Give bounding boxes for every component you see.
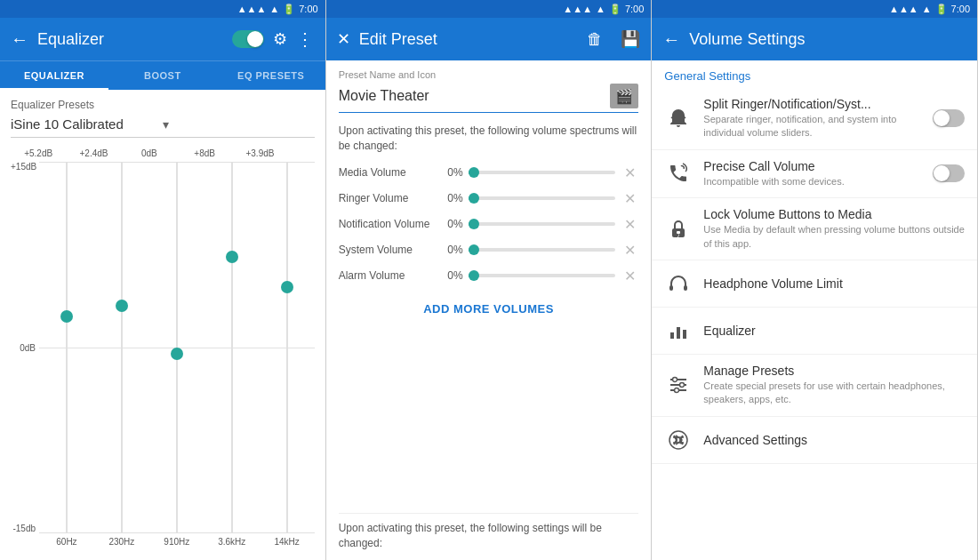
preset-icon-button[interactable]: 🎬 bbox=[610, 84, 638, 108]
eq-slider-910hz[interactable]: 910Hz bbox=[159, 162, 195, 551]
manage-presets-icon bbox=[664, 371, 693, 399]
chevron-down-icon: ▾ bbox=[163, 117, 315, 132]
eq-sliders-area: 60Hz 230Hz 910Hz bbox=[39, 162, 315, 551]
wifi-icon-3: ▲ bbox=[922, 4, 932, 14]
eq-freq-36khz: 3.6kHz bbox=[218, 537, 245, 551]
ringer-volume-slider[interactable] bbox=[469, 196, 616, 200]
preset-footer-description: Upon activating this preset, the followi… bbox=[339, 513, 639, 551]
headphone-title: Headphone Volume Limit bbox=[703, 276, 965, 291]
split-ringer-thumb bbox=[934, 110, 950, 126]
tab-boost[interactable]: BOOST bbox=[108, 61, 217, 90]
equalizer-text: Equalizer bbox=[703, 324, 965, 338]
edit-preset-app-bar: ✕ Edit Preset 🗑 💾 bbox=[326, 18, 652, 60]
preset-name-label: Preset Name and Icon bbox=[339, 69, 639, 80]
system-volume-row: System Volume 0% ✕ bbox=[339, 242, 639, 259]
eq-preset-select[interactable]: iSine 10 Calibrated ▾ bbox=[11, 116, 315, 138]
lock-volume-subtitle: Use Media by default when pressing volum… bbox=[703, 223, 965, 251]
settings-item-equalizer[interactable]: Equalizer bbox=[652, 308, 977, 355]
advanced-settings-text: Advanced Settings bbox=[703, 433, 965, 447]
settings-item-manage-presets[interactable]: Manage Presets Create special presets fo… bbox=[652, 355, 977, 417]
system-volume-remove[interactable]: ✕ bbox=[621, 242, 638, 259]
svg-point-11 bbox=[673, 378, 677, 382]
alarm-volume-pct: 0% bbox=[442, 269, 463, 282]
equalizer-panel: ▲▲▲ ▲ 🔋 7:00 ← Equalizer ⚙ ⋮ EQUALIZER B… bbox=[0, 0, 326, 560]
vol-settings-back-button[interactable]: ← bbox=[662, 29, 680, 50]
eq-slider-36khz[interactable]: 3.6kHz bbox=[214, 162, 250, 551]
settings-item-advanced[interactable]: Advanced Settings bbox=[652, 417, 977, 464]
svg-rect-3 bbox=[669, 285, 673, 291]
manage-presets-subtitle: Create special presets for use with cert… bbox=[703, 380, 965, 407]
precise-call-icon bbox=[664, 159, 693, 188]
system-volume-label: System Volume bbox=[339, 244, 437, 256]
manage-presets-title: Manage Presets bbox=[703, 364, 965, 378]
tab-eq-presets[interactable]: EQ PRESETS bbox=[217, 61, 325, 90]
eq-track-910hz bbox=[176, 162, 178, 533]
media-volume-remove[interactable]: ✕ bbox=[621, 164, 638, 181]
add-more-volumes-button[interactable]: ADD MORE VOLUMES bbox=[339, 293, 639, 323]
equalizer-menu-title: Equalizer bbox=[703, 324, 965, 338]
signal-icon: ▲▲▲ bbox=[237, 4, 267, 14]
eq-thumb-910hz bbox=[171, 348, 183, 360]
save-preset-button[interactable]: 💾 bbox=[621, 29, 640, 49]
status-bar-3: ▲▲▲ ▲ 🔋 7:00 bbox=[652, 0, 977, 18]
delete-preset-button[interactable]: 🗑 bbox=[587, 30, 603, 49]
edit-preset-body: Preset Name and Icon 🎬 Upon activating t… bbox=[326, 60, 652, 560]
settings-item-split-ringer[interactable]: Split Ringer/Notification/Syst... Separa… bbox=[652, 88, 977, 150]
preset-name-row: 🎬 bbox=[339, 84, 639, 113]
eq-track-60hz bbox=[66, 162, 68, 533]
precise-call-toggle[interactable] bbox=[933, 164, 965, 182]
edit-preset-close-button[interactable]: ✕ bbox=[337, 29, 350, 49]
svg-point-14 bbox=[675, 436, 677, 438]
eq-presets-label: Equalizer Presets bbox=[11, 99, 315, 111]
ringer-volume-thumb bbox=[469, 193, 479, 204]
media-volume-label: Media Volume bbox=[339, 166, 437, 179]
eq-app-bar: ← Equalizer ⚙ ⋮ bbox=[0, 18, 325, 60]
edit-preset-title: Edit Preset bbox=[359, 30, 579, 49]
eq-freq-60hz: 60Hz bbox=[56, 537, 76, 551]
split-ringer-title: Split Ringer/Notification/Syst... bbox=[703, 97, 922, 111]
eq-chart-main: +15dB 0dB -15db 60Hz bbox=[11, 162, 315, 551]
tab-equalizer[interactable]: EQUALIZER bbox=[0, 61, 108, 90]
time-2: 7:00 bbox=[625, 4, 644, 14]
settings-item-lock-volume[interactable]: ♪ Lock Volume Buttons to Media Use Media… bbox=[652, 198, 977, 260]
notification-volume-remove[interactable]: ✕ bbox=[621, 216, 638, 233]
eq-slider-14khz[interactable]: 14kHz bbox=[269, 162, 305, 551]
media-volume-thumb bbox=[469, 167, 479, 178]
notification-volume-row: Notification Volume 0% ✕ bbox=[339, 216, 639, 233]
svg-point-13 bbox=[675, 388, 679, 393]
toggle-track[interactable] bbox=[232, 30, 264, 48]
eq-more-icon[interactable]: ⋮ bbox=[296, 28, 315, 50]
ringer-volume-pct: 0% bbox=[442, 192, 463, 204]
lock-volume-text: Lock Volume Buttons to Media Use Media b… bbox=[703, 207, 965, 251]
eq-settings-icon[interactable]: ⚙ bbox=[273, 29, 287, 49]
split-ringer-toggle[interactable] bbox=[933, 109, 965, 127]
battery-icon-2: 🔋 bbox=[609, 4, 621, 15]
system-volume-slider[interactable] bbox=[469, 248, 616, 252]
precise-call-thumb bbox=[934, 165, 950, 181]
advanced-settings-icon bbox=[664, 426, 693, 454]
ringer-volume-remove[interactable]: ✕ bbox=[621, 190, 638, 207]
svg-point-15 bbox=[680, 441, 683, 444]
media-volume-slider[interactable] bbox=[469, 171, 616, 174]
settings-item-headphone[interactable]: Headphone Volume Limit bbox=[652, 260, 977, 308]
eq-db-top-labels: +5.2dB +2.4dB 0dB +8dB +3.9dB bbox=[11, 148, 315, 158]
edit-preset-panel: ▲▲▲ ▲ 🔋 7:00 ✕ Edit Preset 🗑 💾 Preset Na… bbox=[326, 0, 653, 560]
preset-name-input[interactable] bbox=[339, 88, 604, 104]
precise-call-text: Precise Call Volume Incompatible with so… bbox=[703, 159, 922, 188]
ringer-volume-label: Ringer Volume bbox=[339, 192, 437, 204]
system-volume-pct: 0% bbox=[442, 244, 463, 256]
eq-preset-value: iSine 10 Calibrated bbox=[11, 116, 163, 132]
eq-slider-230hz[interactable]: 230Hz bbox=[104, 162, 140, 551]
advanced-settings-title: Advanced Settings bbox=[703, 433, 965, 447]
notification-volume-slider[interactable] bbox=[469, 222, 616, 226]
eq-tabs: EQUALIZER BOOST EQ PRESETS bbox=[0, 60, 325, 90]
settings-item-precise-call[interactable]: Precise Call Volume Incompatible with so… bbox=[652, 150, 977, 198]
time-3: 7:00 bbox=[951, 4, 970, 14]
alarm-volume-remove[interactable]: ✕ bbox=[621, 268, 638, 284]
eq-title: Equalizer bbox=[37, 30, 223, 49]
eq-back-button[interactable]: ← bbox=[11, 29, 28, 50]
eq-slider-60hz[interactable]: 60Hz bbox=[49, 162, 84, 551]
alarm-volume-slider[interactable] bbox=[469, 274, 616, 277]
eq-toggle[interactable] bbox=[232, 30, 264, 48]
split-ringer-subtitle: Separate ringer, notification, and syste… bbox=[703, 113, 922, 140]
